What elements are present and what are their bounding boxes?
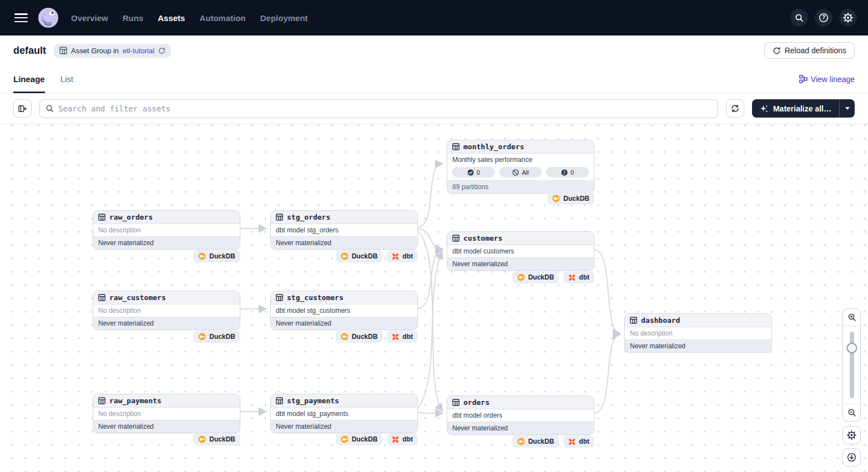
asset-description: No description bbox=[93, 304, 240, 317]
zoom-out-button[interactable] bbox=[843, 404, 860, 421]
asset-node-orders[interactable]: orders dbt model orders Never materializ… bbox=[447, 395, 594, 435]
tag-duckdb[interactable]: DuckDB bbox=[193, 331, 240, 343]
asset-name: orders bbox=[463, 398, 489, 407]
failed-count-badge[interactable]: 0 bbox=[546, 167, 589, 177]
asset-description: No description bbox=[93, 224, 240, 236]
dbt-icon bbox=[568, 274, 576, 281]
zoom-slider-track[interactable] bbox=[850, 332, 854, 398]
zoom-slider-thumb[interactable] bbox=[846, 343, 857, 353]
asset-name: dashboard bbox=[641, 316, 680, 324]
settings-icon[interactable] bbox=[839, 9, 857, 27]
top-nav: Overview Runs Assets Automation Deployme… bbox=[0, 0, 868, 35]
tag-dbt[interactable]: dbt bbox=[387, 250, 418, 262]
lineage-canvas[interactable]: monthly_orders Monthly sales performance… bbox=[0, 124, 868, 472]
zoom-in-button[interactable] bbox=[843, 309, 860, 326]
materialize-all-button[interactable]: Materialize all… bbox=[752, 99, 839, 118]
asset-description: No description bbox=[625, 327, 771, 339]
table-icon bbox=[98, 214, 105, 221]
asset-node-stg-payments[interactable]: stg_payments dbt model stg_payments Neve… bbox=[270, 394, 418, 433]
chevron-down-icon bbox=[845, 107, 850, 110]
toggle-sidebar-button[interactable] bbox=[13, 99, 32, 118]
asset-description: dbt model stg_orders bbox=[271, 224, 417, 236]
help-icon[interactable]: ? bbox=[815, 9, 832, 27]
graph-settings-button[interactable] bbox=[842, 426, 861, 444]
code-location-link[interactable]: etl-tutorial bbox=[123, 47, 154, 55]
nav-runs[interactable]: Runs bbox=[123, 13, 144, 23]
tag-duckdb[interactable]: DuckDB bbox=[336, 433, 383, 445]
asset-node-monthly-orders[interactable]: monthly_orders Monthly sales performance… bbox=[447, 140, 594, 194]
slash-circle-icon bbox=[512, 169, 519, 176]
search-icon[interactable] bbox=[790, 9, 808, 27]
missing-count-badge[interactable]: All bbox=[499, 167, 542, 177]
refresh-icon bbox=[730, 104, 740, 113]
duckdb-icon bbox=[198, 252, 206, 260]
asset-name: raw_orders bbox=[109, 213, 153, 221]
asset-node-stg-customers[interactable]: stg_customers dbt model stg_customers Ne… bbox=[270, 291, 418, 330]
asset-status: Never materialized bbox=[93, 420, 240, 433]
asset-node-stg-orders[interactable]: stg_orders dbt model stg_orders Never ma… bbox=[270, 210, 418, 250]
asset-node-raw-payments[interactable]: raw_payments No description Never materi… bbox=[93, 394, 240, 433]
asset-node-raw-customers[interactable]: raw_customers No description Never mater… bbox=[93, 291, 240, 330]
primary-nav: Overview Runs Assets Automation Deployme… bbox=[71, 13, 308, 23]
tag-duckdb[interactable]: DuckDB bbox=[193, 250, 240, 262]
asset-status: Never materialized bbox=[93, 236, 240, 249]
asset-status: Never materialized bbox=[271, 236, 417, 249]
asset-status: Never materialized bbox=[271, 317, 417, 329]
lineage-icon bbox=[799, 75, 808, 83]
zoom-in-icon bbox=[847, 313, 856, 322]
download-icon bbox=[847, 453, 856, 462]
reload-definitions-button[interactable]: Reload definitions bbox=[764, 42, 855, 59]
tag-duckdb[interactable]: DuckDB bbox=[336, 250, 383, 262]
tag-dbt[interactable]: dbt bbox=[563, 435, 594, 448]
asset-node-dashboard[interactable]: dashboard No description Never materiali… bbox=[624, 313, 772, 353]
view-lineage-link[interactable]: View lineage bbox=[799, 75, 855, 84]
asset-node-raw-orders[interactable]: raw_orders No description Never material… bbox=[93, 210, 240, 250]
materialized-count-badge[interactable]: 0 bbox=[452, 167, 495, 177]
duckdb-icon bbox=[517, 438, 525, 445]
search-input[interactable] bbox=[58, 104, 712, 113]
asset-name: monthly_orders bbox=[463, 143, 524, 151]
nav-assets[interactable]: Assets bbox=[158, 13, 185, 23]
sync-icon[interactable] bbox=[158, 47, 165, 54]
zoom-out-icon bbox=[847, 408, 856, 417]
asset-description: No description bbox=[93, 408, 240, 420]
tag-duckdb[interactable]: DuckDB bbox=[193, 433, 240, 445]
duckdb-icon bbox=[341, 333, 349, 341]
refresh-button[interactable] bbox=[726, 99, 744, 118]
zoom-slider[interactable] bbox=[843, 326, 860, 404]
asset-partitions: 89 partitions bbox=[447, 180, 594, 193]
tag-duckdb[interactable]: DuckDB bbox=[512, 435, 559, 448]
tab-list[interactable]: List bbox=[60, 65, 73, 93]
asset-status: Never materialized bbox=[271, 420, 417, 433]
duckdb-icon bbox=[552, 195, 560, 202]
dagster-logo-icon[interactable] bbox=[38, 7, 59, 28]
tag-dbt[interactable]: dbt bbox=[387, 331, 418, 343]
asset-group-badge: Asset Group in etl-tutorial bbox=[54, 44, 171, 58]
nav-automation[interactable]: Automation bbox=[199, 13, 245, 23]
nav-deployment[interactable]: Deployment bbox=[260, 13, 308, 23]
tag-duckdb[interactable]: DuckDB bbox=[547, 192, 594, 205]
dbt-icon bbox=[392, 436, 399, 443]
table-icon bbox=[98, 294, 105, 301]
tag-dbt[interactable]: dbt bbox=[563, 271, 594, 283]
tab-lineage[interactable]: Lineage bbox=[13, 65, 45, 93]
nav-overview[interactable]: Overview bbox=[71, 13, 108, 23]
page-title: default bbox=[13, 45, 46, 57]
table-icon bbox=[98, 397, 105, 404]
asset-name: customers bbox=[463, 234, 502, 242]
asset-description: Monthly sales performance bbox=[447, 154, 594, 166]
menu-icon[interactable] bbox=[14, 13, 28, 22]
asset-node-customers[interactable]: customers dbt model customers Never mate… bbox=[447, 231, 594, 271]
tag-dbt[interactable]: dbt bbox=[387, 433, 418, 445]
duckdb-icon bbox=[341, 252, 349, 260]
exclaim-circle-icon bbox=[561, 169, 568, 176]
tag-duckdb[interactable]: DuckDB bbox=[336, 331, 383, 343]
download-button[interactable] bbox=[842, 448, 861, 466]
tag-duckdb[interactable]: DuckDB bbox=[512, 271, 559, 283]
asset-description: dbt model orders bbox=[447, 409, 594, 422]
materialize-all-split-button: Materialize all… bbox=[752, 99, 855, 118]
duckdb-icon bbox=[341, 435, 349, 443]
lineage-toolbar: Materialize all… bbox=[0, 93, 868, 124]
materialize-options-button[interactable] bbox=[839, 99, 855, 118]
asset-name: stg_customers bbox=[287, 293, 344, 302]
